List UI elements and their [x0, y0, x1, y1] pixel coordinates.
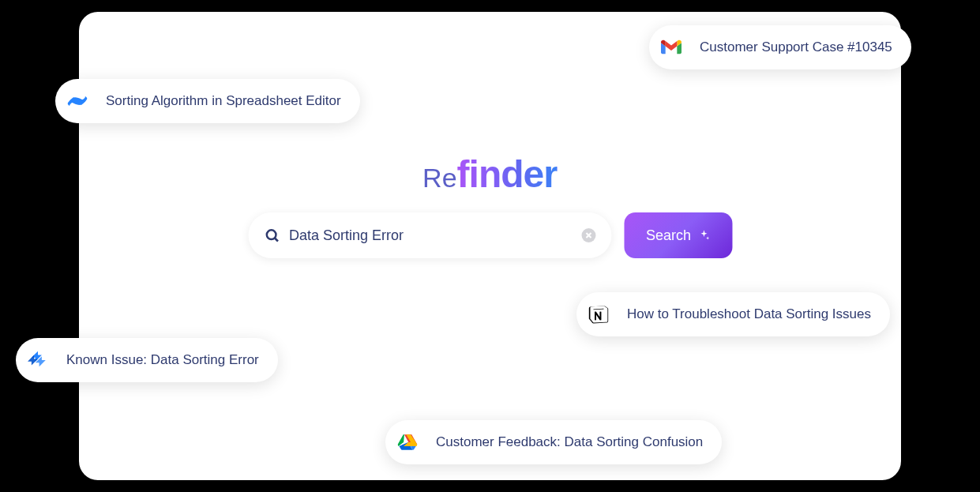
app-logo: Refinder: [422, 152, 558, 196]
search-container: Search: [248, 212, 732, 258]
svg-point-0: [266, 230, 276, 239]
search-box[interactable]: [248, 212, 611, 258]
search-button-label: Search: [646, 227, 691, 244]
result-item-confluence[interactable]: Sorting Algorithm in Spreadsheet Editor: [55, 79, 360, 123]
svg-line-1: [275, 238, 278, 242]
sparkle-icon: [697, 229, 710, 242]
result-item-notion[interactable]: How to Troubleshoot Data Sorting Issues: [576, 292, 890, 336]
gmail-icon: [654, 30, 689, 65]
clear-icon[interactable]: [581, 228, 595, 242]
result-label: How to Troubleshoot Data Sorting Issues: [627, 306, 871, 322]
search-button[interactable]: Search: [624, 212, 732, 258]
result-label: Customer Support Case #10345: [700, 39, 892, 55]
logo-prefix: Re: [422, 163, 456, 193]
result-item-jira[interactable]: Known Issue: Data Sorting Error: [16, 338, 278, 382]
jira-icon: [21, 343, 55, 377]
result-item-gmail[interactable]: Customer Support Case #10345: [649, 25, 911, 69]
result-label: Customer Feedback: Data Sorting Confusio…: [436, 434, 703, 450]
confluence-icon: [60, 84, 95, 118]
result-label: Known Issue: Data Sorting Error: [66, 352, 259, 368]
result-label: Sorting Algorithm in Spreadsheet Editor: [106, 93, 341, 109]
notion-icon: [581, 297, 616, 332]
logo-suffix: finder: [457, 152, 558, 196]
search-input[interactable]: [289, 227, 572, 244]
gdrive-icon: [390, 425, 425, 460]
search-icon: [264, 227, 280, 243]
result-item-gdrive[interactable]: Customer Feedback: Data Sorting Confusio…: [385, 420, 722, 464]
